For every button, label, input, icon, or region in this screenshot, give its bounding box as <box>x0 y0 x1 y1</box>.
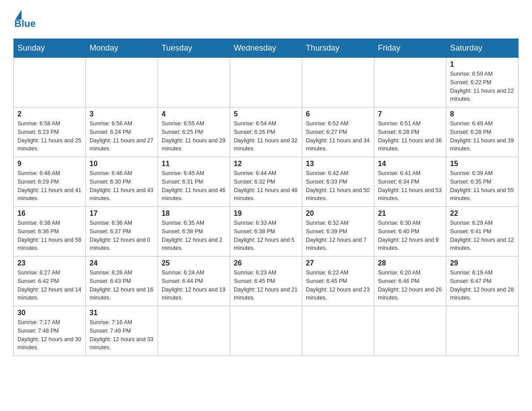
day-number: 25 <box>162 259 226 267</box>
page-header: Blue <box>13 9 519 30</box>
day-info: Sunrise: 6:38 AM Sunset: 6:36 PM Dayligh… <box>17 219 82 253</box>
day-info: Sunrise: 6:33 AM Sunset: 6:38 PM Dayligh… <box>234 219 298 253</box>
day-info: Sunrise: 6:59 AM Sunset: 6:22 PM Dayligh… <box>450 70 515 103</box>
calendar-cell: 13Sunrise: 6:42 AM Sunset: 6:33 PM Dayli… <box>302 157 374 207</box>
calendar-cell: 29Sunrise: 6:19 AM Sunset: 6:47 PM Dayli… <box>446 257 519 306</box>
logo: Blue <box>13 9 36 30</box>
calendar-cell <box>158 306 230 356</box>
day-number: 8 <box>450 110 515 118</box>
day-info: Sunrise: 6:32 AM Sunset: 6:39 PM Dayligh… <box>306 219 370 253</box>
day-number: 1 <box>450 60 515 68</box>
day-number: 5 <box>234 110 298 118</box>
calendar-cell: 7Sunrise: 6:51 AM Sunset: 6:28 PM Daylig… <box>374 107 446 157</box>
day-info: Sunrise: 6:23 AM Sunset: 6:45 PM Dayligh… <box>234 269 298 302</box>
calendar-header: SundayMondayTuesdayWednesdayThursdayFrid… <box>14 39 519 58</box>
day-info: Sunrise: 6:54 AM Sunset: 6:26 PM Dayligh… <box>234 120 298 153</box>
day-info: Sunrise: 6:26 AM Sunset: 6:43 PM Dayligh… <box>90 269 154 302</box>
day-number: 23 <box>17 259 82 267</box>
weekday-header-monday: Monday <box>86 39 158 58</box>
calendar-cell: 27Sunrise: 6:22 AM Sunset: 6:45 PM Dayli… <box>302 257 374 306</box>
weekday-header-tuesday: Tuesday <box>158 39 230 58</box>
calendar-cell: 24Sunrise: 6:26 AM Sunset: 6:43 PM Dayli… <box>86 257 158 306</box>
logo-subtitle: Blue <box>14 18 36 30</box>
day-number: 24 <box>90 259 154 267</box>
calendar-week-2: 2Sunrise: 6:58 AM Sunset: 6:23 PM Daylig… <box>14 107 519 157</box>
day-info: Sunrise: 7:16 AM Sunset: 7:49 PM Dayligh… <box>90 318 154 352</box>
weekday-row: SundayMondayTuesdayWednesdayThursdayFrid… <box>14 39 519 58</box>
day-info: Sunrise: 6:45 AM Sunset: 6:31 PM Dayligh… <box>162 169 226 203</box>
day-number: 7 <box>378 110 442 118</box>
day-info: Sunrise: 6:56 AM Sunset: 6:24 PM Dayligh… <box>90 120 154 153</box>
calendar-cell: 20Sunrise: 6:32 AM Sunset: 6:39 PM Dayli… <box>302 207 374 257</box>
weekday-header-friday: Friday <box>374 39 446 58</box>
calendar-cell <box>86 58 158 107</box>
calendar-cell: 11Sunrise: 6:45 AM Sunset: 6:31 PM Dayli… <box>158 157 230 207</box>
day-info: Sunrise: 6:27 AM Sunset: 6:42 PM Dayligh… <box>17 269 82 302</box>
day-number: 15 <box>450 160 515 168</box>
day-number: 3 <box>90 110 154 118</box>
day-info: Sunrise: 6:55 AM Sunset: 6:25 PM Dayligh… <box>162 120 226 153</box>
calendar-table: SundayMondayTuesdayWednesdayThursdayFrid… <box>13 39 519 356</box>
calendar-cell: 23Sunrise: 6:27 AM Sunset: 6:42 PM Dayli… <box>14 257 86 306</box>
calendar-cell: 15Sunrise: 6:39 AM Sunset: 6:35 PM Dayli… <box>446 157 519 207</box>
day-number: 21 <box>378 210 442 218</box>
day-number: 6 <box>306 110 370 118</box>
calendar-cell: 26Sunrise: 6:23 AM Sunset: 6:45 PM Dayli… <box>230 257 302 306</box>
day-info: Sunrise: 6:39 AM Sunset: 6:35 PM Dayligh… <box>450 169 515 203</box>
day-info: Sunrise: 6:29 AM Sunset: 6:41 PM Dayligh… <box>450 219 515 253</box>
calendar-cell <box>374 58 446 107</box>
day-number: 29 <box>450 259 515 267</box>
day-number: 28 <box>378 259 442 267</box>
day-info: Sunrise: 6:36 AM Sunset: 6:37 PM Dayligh… <box>90 219 154 253</box>
day-info: Sunrise: 6:41 AM Sunset: 6:34 PM Dayligh… <box>378 169 442 203</box>
day-info: Sunrise: 6:44 AM Sunset: 6:32 PM Dayligh… <box>234 169 298 203</box>
calendar-cell: 6Sunrise: 6:52 AM Sunset: 6:27 PM Daylig… <box>302 107 374 157</box>
day-number: 16 <box>17 210 82 218</box>
day-number: 2 <box>17 110 82 118</box>
calendar-cell: 18Sunrise: 6:35 AM Sunset: 6:38 PM Dayli… <box>158 207 230 257</box>
day-number: 14 <box>378 160 442 168</box>
calendar-week-6: 30Sunrise: 7:17 AM Sunset: 7:48 PM Dayli… <box>14 306 519 356</box>
weekday-header-wednesday: Wednesday <box>230 39 302 58</box>
day-number: 22 <box>450 210 515 218</box>
day-info: Sunrise: 6:42 AM Sunset: 6:33 PM Dayligh… <box>306 169 370 203</box>
day-number: 10 <box>90 160 154 168</box>
calendar-cell: 22Sunrise: 6:29 AM Sunset: 6:41 PM Dayli… <box>446 207 519 257</box>
calendar-cell <box>230 306 302 356</box>
calendar-cell: 21Sunrise: 6:30 AM Sunset: 6:40 PM Dayli… <box>374 207 446 257</box>
calendar-cell: 3Sunrise: 6:56 AM Sunset: 6:24 PM Daylig… <box>86 107 158 157</box>
day-info: Sunrise: 6:24 AM Sunset: 6:44 PM Dayligh… <box>162 269 226 302</box>
day-info: Sunrise: 6:58 AM Sunset: 6:23 PM Dayligh… <box>17 120 82 153</box>
calendar-cell: 17Sunrise: 6:36 AM Sunset: 6:37 PM Dayli… <box>86 207 158 257</box>
day-info: Sunrise: 6:48 AM Sunset: 6:29 PM Dayligh… <box>17 169 82 203</box>
day-number: 26 <box>234 259 298 267</box>
day-number: 17 <box>90 210 154 218</box>
weekday-header-thursday: Thursday <box>302 39 374 58</box>
calendar-cell: 12Sunrise: 6:44 AM Sunset: 6:32 PM Dayli… <box>230 157 302 207</box>
calendar-week-5: 23Sunrise: 6:27 AM Sunset: 6:42 PM Dayli… <box>14 257 519 306</box>
calendar-week-4: 16Sunrise: 6:38 AM Sunset: 6:36 PM Dayli… <box>14 207 519 257</box>
day-info: Sunrise: 6:20 AM Sunset: 6:46 PM Dayligh… <box>378 269 442 302</box>
calendar-cell <box>374 306 446 356</box>
day-info: Sunrise: 6:49 AM Sunset: 6:28 PM Dayligh… <box>450 120 515 153</box>
day-number: 11 <box>162 160 226 168</box>
day-number: 9 <box>17 160 82 168</box>
day-number: 27 <box>306 259 370 267</box>
calendar-cell: 4Sunrise: 6:55 AM Sunset: 6:25 PM Daylig… <box>158 107 230 157</box>
calendar-cell <box>230 58 302 107</box>
calendar-cell: 8Sunrise: 6:49 AM Sunset: 6:28 PM Daylig… <box>446 107 519 157</box>
day-number: 13 <box>306 160 370 168</box>
day-number: 30 <box>17 309 82 317</box>
calendar-body: 1Sunrise: 6:59 AM Sunset: 6:22 PM Daylig… <box>14 58 519 356</box>
calendar-cell: 16Sunrise: 6:38 AM Sunset: 6:36 PM Dayli… <box>14 207 86 257</box>
day-number: 18 <box>162 210 226 218</box>
day-number: 12 <box>234 160 298 168</box>
day-info: Sunrise: 7:17 AM Sunset: 7:48 PM Dayligh… <box>17 318 82 352</box>
day-info: Sunrise: 6:22 AM Sunset: 6:45 PM Dayligh… <box>306 269 370 302</box>
calendar-cell <box>446 306 519 356</box>
calendar-cell <box>14 58 86 107</box>
calendar-cell: 10Sunrise: 6:46 AM Sunset: 6:30 PM Dayli… <box>86 157 158 207</box>
weekday-header-saturday: Saturday <box>446 39 519 58</box>
day-info: Sunrise: 6:52 AM Sunset: 6:27 PM Dayligh… <box>306 120 370 153</box>
day-info: Sunrise: 6:35 AM Sunset: 6:38 PM Dayligh… <box>162 219 226 253</box>
